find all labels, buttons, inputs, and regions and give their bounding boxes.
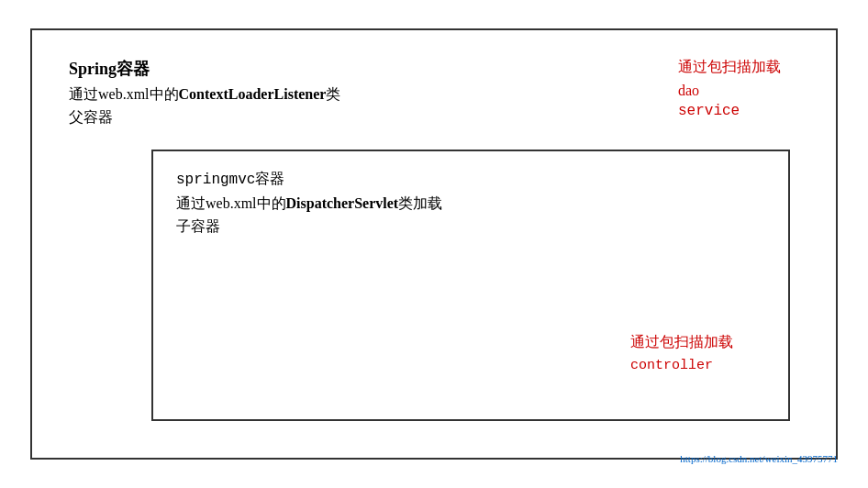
main-wrapper: Spring容器 通过web.xml中的ContextLoaderListene… xyxy=(21,19,847,469)
child-container-label: 子容器 xyxy=(176,217,765,237)
dispatcher-pre-text: 通过web.xml中的 xyxy=(176,195,286,211)
outer-scan-label: 通过包扫描加载 xyxy=(678,58,781,77)
springmvc-container-title: springmvc容器 xyxy=(176,170,765,189)
context-pre-text: 通过web.xml中的 xyxy=(69,86,179,102)
inner-scan-label: 通过包扫描加载 xyxy=(630,333,733,352)
context-post-text: 类 xyxy=(326,86,340,102)
inner-left: springmvc容器 通过web.xml中的DispatcherServlet… xyxy=(176,170,765,237)
dao-label: dao xyxy=(678,83,781,99)
spring-container-title: Spring容器 xyxy=(69,58,340,80)
watermark: https://blog.csdn.net/weixin_43975771 xyxy=(680,453,838,464)
dispatcher-post-text: 类加载 xyxy=(398,195,442,211)
outer-box: Spring容器 通过web.xml中的ContextLoaderListene… xyxy=(30,28,838,460)
outer-right: 通过包扫描加载 dao service xyxy=(678,58,781,119)
controller-label: controller xyxy=(630,358,733,373)
inner-right: 通过包扫描加载 controller xyxy=(630,333,733,373)
dispatcher-line: 通过web.xml中的DispatcherServlet类加载 xyxy=(176,194,765,214)
outer-content: Spring容器 通过web.xml中的ContextLoaderListene… xyxy=(60,49,808,439)
inner-box: springmvc容器 通过web.xml中的DispatcherServlet… xyxy=(151,150,790,421)
dispatcher-bold-text: DispatcherServlet xyxy=(286,195,399,211)
parent-container-label: 父容器 xyxy=(69,108,340,128)
context-bold-text: ContextLoaderListener xyxy=(179,86,327,102)
outer-left: Spring容器 通过web.xml中的ContextLoaderListene… xyxy=(69,58,340,128)
service-label: service xyxy=(678,103,781,119)
context-loader-line: 通过web.xml中的ContextLoaderListener类 xyxy=(69,85,340,105)
